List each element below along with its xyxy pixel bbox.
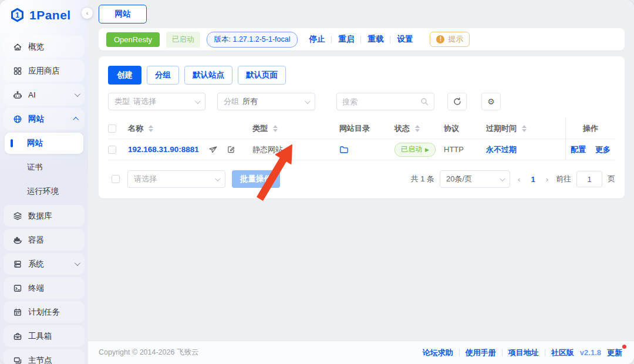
sort-icon[interactable] [149,125,153,132]
sidebar-item-container[interactable]: 容器 [4,229,85,251]
sidebar-item-appstore[interactable]: 应用商店 [4,60,85,82]
tip-badge[interactable]: ! 提示 [430,32,470,47]
divider [360,36,361,43]
openresty-toolbar: OpenResty 已启动 版本: 1.27.1.2-5-1-focal 停止 … [99,28,625,50]
sidebar-item-label: 计划任务 [28,307,79,318]
sidebar-subitem-website[interactable]: 网站 [5,133,83,154]
chevron-down-icon [75,91,80,97]
sort-icon[interactable] [273,125,278,132]
goto-page-input[interactable] [576,171,602,187]
table-row: 192.168.31.90:8881 静态网站 已启动 ▶ HT [108,139,615,160]
config-button[interactable]: 配置 [571,144,586,155]
website-name-link[interactable]: 192.168.31.90:8881 [128,145,199,154]
refresh-button[interactable] [447,93,467,110]
current-page[interactable]: 1 [528,175,538,184]
expire-link[interactable]: 永不过期 [486,144,517,155]
column-label: 类型 [252,123,268,134]
footer: Copyright © 2014-2026 飞致云 论坛求助 使用手册 项目地址… [88,341,634,364]
settings-button[interactable]: 设置 [397,34,413,45]
1panel-logo-icon: 1 [9,7,25,23]
more-button[interactable]: 更多 [595,144,611,155]
page-size-value: 20条/页 [446,174,472,184]
next-page-button[interactable]: › [544,175,551,184]
column-label: 名称 [128,123,143,134]
default-site-button[interactable]: 默认站点 [184,66,232,85]
group-button[interactable]: 分组 [147,66,179,85]
sidebar-item-system[interactable]: 系统 [4,253,85,275]
update-link[interactable]: 更新 [607,348,622,358]
forum-help-link[interactable]: 论坛求助 [423,348,453,358]
sidebar-item-label: 概览 [28,42,79,52]
sidebar-menu: 概览 应用商店 AI 网站 网站 证书 运行环 [0,29,88,364]
sort-icon[interactable] [415,125,420,132]
refresh-icon [453,97,461,106]
page-size-select[interactable]: 20条/页 [440,170,510,188]
openresty-button[interactable]: OpenResty [106,32,160,47]
tab-website[interactable]: 网站 [99,5,147,23]
column-header-name[interactable]: 名称 [128,123,252,134]
play-icon: ▶ [425,147,429,153]
tip-label: 提示 [448,34,463,45]
select-all-checkbox[interactable] [108,124,116,133]
default-page-button[interactable]: 默认页面 [238,66,286,85]
sidebar-item-cronjob[interactable]: 计划任务 [4,301,85,323]
restart-button[interactable]: 重启 [338,34,354,45]
chevron-down-icon [215,176,221,181]
action-button-row: 创建 分组 默认站点 默认页面 [108,66,615,85]
sidebar-subitem-certificate[interactable]: 证书 [5,157,83,178]
version-badge: 版本: 1.27.1.2-5-1-focal [207,32,298,48]
column-header-expire[interactable]: 过期时间 [486,123,565,134]
manual-link[interactable]: 使用手册 [466,348,496,358]
openresty-status-badge: 已启动 [166,32,200,48]
reload-button[interactable]: 重载 [367,34,383,45]
column-settings-button[interactable]: ⚙ [481,93,501,110]
version-label: v2.1.8 [580,348,601,357]
website-table: 名称 类型 网站目录 状态 协议 [108,118,615,160]
batch-select-checkbox[interactable] [112,175,120,183]
status-badge[interactable]: 已启动 ▶ [394,143,436,157]
sidebar-item-ai[interactable]: AI [4,84,85,106]
divider [545,349,545,356]
prev-page-button[interactable]: ‹ [515,175,522,184]
batch-operation-button[interactable]: 批量操作 [232,170,280,188]
sidebar-item-overview[interactable]: 概览 [4,36,85,58]
open-site-icon[interactable] [208,145,217,154]
svg-text:1: 1 [15,11,19,19]
group-filter-select[interactable]: 分组 所有 [217,93,315,110]
edition-label: 社区版 [551,348,574,358]
sidebar-item-label: 终端 [28,283,79,294]
row-checkbox[interactable] [108,146,116,154]
edit-icon[interactable] [227,145,235,154]
sidebar-item-database[interactable]: 数据库 [4,205,85,227]
project-link[interactable]: 项目地址 [508,348,539,358]
search-input[interactable] [342,97,420,106]
robot-icon [13,90,22,100]
sidebar-item-website[interactable]: 网站 [4,108,85,130]
column-header-type[interactable]: 类型 [252,123,339,134]
calendar-icon [13,308,22,317]
type-filter-select[interactable]: 类型 请选择 [108,93,205,110]
total-count: 共 1 条 [411,174,434,184]
sidebar-item-toolbox[interactable]: 工具箱 [4,325,85,347]
folder-icon[interactable] [339,145,349,154]
sidebar-item-label: 网站 [28,114,75,124]
column-label: 过期时间 [486,123,517,134]
group-filter-value: 所有 [242,96,258,107]
goto-label: 前往 [556,174,571,184]
sidebar-collapse-button[interactable]: ‹ [82,8,93,19]
sidebar-item-terminal[interactable]: 终端 [4,277,85,299]
column-header-protocol: 协议 [444,123,486,134]
sidebar-item-masternode[interactable]: 主节点 [4,349,85,364]
search-icon [420,97,429,106]
create-button[interactable]: 创建 [108,66,141,85]
batch-action-select[interactable]: 请选择 [127,170,225,188]
batch-pagination-row: 请选择 批量操作 共 1 条 20条/页 ‹ 1 › 前往 页 [108,170,615,188]
stop-button[interactable]: 停止 [309,34,325,45]
sidebar-item-label: 主节点 [28,355,79,364]
column-header-status[interactable]: 状态 [394,123,444,134]
sort-icon[interactable] [522,125,527,132]
chevron-down-icon [195,98,201,104]
warning-icon: ! [436,35,444,43]
divider [459,349,460,356]
sidebar-subitem-runtime[interactable]: 运行环境 [5,181,83,202]
